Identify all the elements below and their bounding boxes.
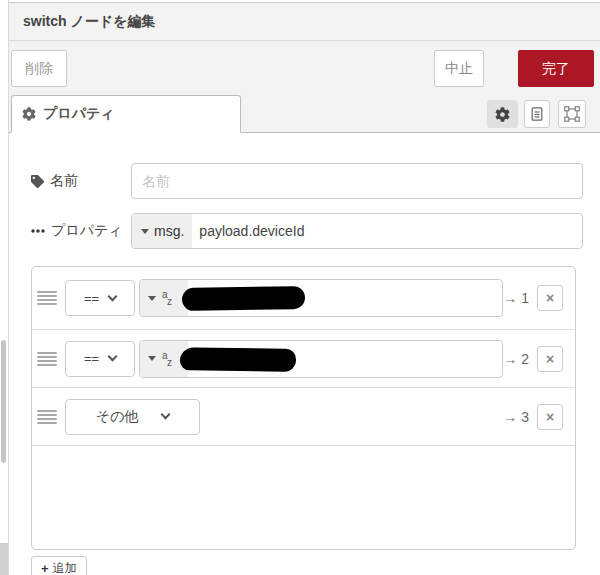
name-label-text: 名前 — [50, 172, 78, 190]
string-type-icon: az — [162, 351, 174, 367]
rule-row-3: その他 → 3 × — [32, 387, 575, 445]
properties-form: 名前 プロパティ msg. payload.deviceId — [9, 163, 600, 575]
edit-dialog-panel: switch ノードを編集 削除 中止 完了 プロパティ — [8, 0, 600, 575]
appearance-button[interactable] — [558, 100, 586, 128]
description-button[interactable] — [524, 100, 550, 128]
rule-3-output-label: → 3 — [503, 409, 529, 425]
property-prefix-label: msg. — [154, 223, 184, 239]
rule-3-remove-button[interactable]: × — [537, 404, 563, 430]
tab-bar: プロパティ — [9, 95, 600, 133]
rule-row-2: == az → 2 × — [32, 329, 575, 387]
chevron-down-icon — [161, 410, 171, 420]
tab-properties-label: プロパティ — [43, 105, 115, 123]
rule-1-remove-button[interactable]: × — [537, 285, 563, 311]
property-label-text: プロパティ — [51, 222, 123, 240]
name-row: 名前 — [31, 163, 583, 199]
chevron-down-icon — [108, 291, 118, 301]
string-type-icon: az — [162, 290, 174, 306]
redacted-value — [182, 286, 305, 311]
tag-icon — [31, 175, 44, 188]
chevron-down-icon — [108, 352, 118, 362]
tab-properties[interactable]: プロパティ — [11, 95, 241, 133]
rules-container: == az → 1 × == — [31, 266, 576, 550]
rule-2-value-field[interactable]: az — [139, 340, 503, 378]
rule-3-operator-select[interactable]: その他 — [65, 399, 200, 435]
dialog-toolbar: 削除 中止 完了 — [9, 41, 600, 95]
object-group-icon — [564, 106, 580, 122]
property-value[interactable]: payload.deviceId — [192, 214, 582, 248]
redacted-value — [180, 347, 296, 372]
dialog-header: switch ノードを編集 — [9, 2, 600, 41]
rules-empty-area — [32, 445, 575, 549]
add-rule-button[interactable]: + 追加 — [31, 556, 87, 575]
rule-3-operator-value: その他 — [96, 408, 139, 426]
rule-1-operator-select[interactable]: == — [65, 280, 135, 316]
left-gutter — [0, 0, 8, 575]
gutter-bottom-block — [0, 543, 8, 575]
caret-down-icon — [141, 229, 149, 234]
cancel-button[interactable]: 中止 — [434, 50, 484, 87]
vertical-scrollbar[interactable] — [1, 340, 6, 463]
rule-1-value-field[interactable]: az — [139, 279, 503, 317]
ellipsis-icon — [31, 229, 45, 233]
rule-2-operator-select[interactable]: == — [65, 341, 135, 377]
delete-button[interactable]: 削除 — [11, 50, 67, 87]
gear-icon — [495, 107, 510, 122]
name-input[interactable] — [131, 163, 583, 199]
document-icon — [529, 106, 545, 122]
add-rule-label: 追加 — [53, 560, 77, 575]
rule-row-1: == az → 1 × — [32, 267, 575, 329]
rule-1-output-label: → 1 — [503, 290, 529, 306]
dialog-title: switch ノードを編集 — [23, 13, 155, 31]
rule-1-value-type-selector[interactable]: az — [140, 280, 188, 316]
properties-view-button[interactable] — [487, 100, 518, 128]
gear-icon — [22, 107, 36, 121]
property-label: プロパティ — [31, 222, 131, 240]
caret-down-icon — [148, 356, 156, 361]
plus-icon: + — [41, 561, 49, 575]
property-typed-input[interactable]: msg. payload.deviceId — [131, 213, 583, 249]
rule-2-remove-button[interactable]: × — [537, 346, 563, 372]
rule-1-operator-value: == — [84, 291, 99, 306]
caret-down-icon — [148, 296, 156, 301]
drag-handle-icon[interactable] — [37, 410, 57, 424]
name-label: 名前 — [31, 172, 131, 190]
done-button[interactable]: 完了 — [518, 50, 594, 87]
property-type-selector[interactable]: msg. — [132, 214, 192, 248]
property-row: プロパティ msg. payload.deviceId — [31, 213, 583, 249]
rule-2-operator-value: == — [84, 351, 99, 366]
drag-handle-icon[interactable] — [37, 352, 57, 366]
rule-2-output-label: → 2 — [503, 351, 529, 367]
drag-handle-icon[interactable] — [37, 291, 57, 305]
